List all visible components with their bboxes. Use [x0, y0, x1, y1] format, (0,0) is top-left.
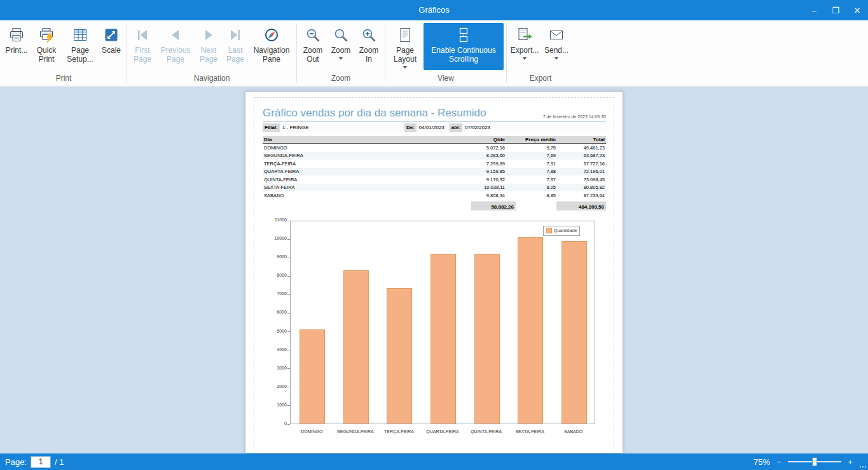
x-tick-label: QUARTA-FEIRA	[421, 429, 465, 434]
ribbon-toolbar: Print... Quick Print Page Setup...	[0, 20, 868, 87]
report-page: Gráfico vendas por dia da semana - Resum…	[245, 91, 623, 453]
close-icon: ✕	[854, 6, 861, 15]
chevron-down-icon	[523, 57, 527, 60]
app-window: Gráficos – ❐ ✕ Print... Qui	[0, 0, 868, 470]
y-tick-label: 6000	[263, 310, 287, 314]
bar-chart: 0100020003000400050006000700080009000100…	[263, 219, 606, 439]
bar	[300, 329, 325, 424]
zoom-in-slider-button[interactable]: +	[846, 457, 854, 467]
ribbon-group-navigation-label: Navigation	[129, 72, 294, 86]
scale-button[interactable]: Scale	[99, 23, 124, 70]
y-tick-label: 3000	[263, 366, 287, 370]
table-cell: 7,88	[506, 169, 557, 174]
totals-gap	[516, 202, 556, 211]
ribbon-group-zoom-label: Zoom	[299, 72, 383, 86]
ribbon-group-print: Print... Quick Print Page Setup...	[3, 21, 125, 86]
y-tick-label: 4000	[263, 347, 287, 352]
page-label: Page:	[5, 457, 27, 467]
resize-grip[interactable]	[865, 466, 866, 467]
page-setup-button[interactable]: Page Setup...	[63, 23, 97, 70]
totals-spacer	[263, 202, 471, 211]
table-cell: 9.858,34	[449, 193, 506, 198]
y-tick-label: 2000	[263, 384, 287, 389]
previous-page-icon	[167, 25, 184, 45]
export-button[interactable]: Export...	[509, 23, 540, 70]
table-cell: 7,91	[506, 161, 557, 167]
bar	[518, 237, 543, 423]
y-tick-label: 7000	[263, 291, 287, 296]
zoom-in-button[interactable]: Zoom In	[355, 23, 382, 70]
totals-row: 58.882,26 484.209,56	[263, 202, 606, 211]
column-header-dia: Dia	[263, 137, 449, 142]
total-total: 484.209,56	[556, 202, 606, 211]
scale-icon	[102, 25, 120, 45]
table-row: SABADO9.858,348,8587.233,64	[263, 191, 606, 200]
zoom-button-label: Zoom	[331, 46, 351, 55]
last-page-icon	[226, 25, 244, 45]
ate-label: até:	[450, 123, 462, 132]
table-cell: 63.687,23	[557, 153, 606, 158]
filial-label: Filial:	[263, 123, 280, 132]
zoom-slider[interactable]	[788, 457, 841, 466]
y-tick-label: 9000	[263, 254, 287, 259]
table-row: DOMINGO5.072,169,7549.461,23	[263, 144, 606, 152]
bar	[343, 270, 369, 424]
ribbon-group-export: Export... Send... Export	[509, 21, 572, 86]
close-button[interactable]: ✕	[846, 0, 868, 20]
bar	[431, 254, 456, 423]
chart-plot	[290, 221, 595, 424]
filial-value: 1 - FRINGE	[280, 123, 404, 132]
quick-print-button[interactable]: Quick Print	[31, 23, 62, 70]
window-controls: – ❐ ✕	[803, 0, 868, 20]
page-number-input[interactable]	[31, 456, 51, 468]
last-page-button-label: Last Page	[224, 46, 246, 64]
print-button[interactable]: Print...	[3, 23, 30, 70]
legend-label: Quantidade	[554, 228, 577, 233]
zoom-out-slider-button[interactable]: −	[775, 457, 783, 467]
compass-icon	[263, 25, 280, 45]
send-button[interactable]: Send...	[541, 23, 572, 70]
continuous-scrolling-button[interactable]: Enable Continuous Scrolling	[424, 23, 504, 70]
table-header-row: Dia Qtde Preço médio Total	[263, 136, 606, 144]
table-cell: SEXTA-FEIRA	[263, 184, 449, 190]
ribbon-separator	[506, 24, 507, 83]
table-cell: 9.159,85	[449, 169, 506, 174]
y-tick-label: 0	[263, 421, 287, 425]
previous-page-button-label: Previous Page	[158, 46, 193, 64]
table-cell: 5.072,16	[449, 145, 506, 151]
table-cell: 9.170,32	[449, 177, 506, 183]
restore-button[interactable]: ❐	[825, 0, 846, 20]
document-preview-area[interactable]: Gráfico vendas por dia da semana - Resum…	[0, 87, 868, 453]
chevron-down-icon	[339, 57, 343, 60]
zoom-slider-thumb[interactable]	[812, 457, 817, 466]
legend-swatch	[546, 228, 552, 233]
table-row: TERÇA-FEIRA7.299,897,9157.727,16	[263, 160, 606, 168]
table-cell: QUARTA-FEIRA	[263, 169, 449, 174]
page-layout-button-label: Page Layout	[390, 46, 420, 64]
zoom-button[interactable]: Zoom	[327, 23, 354, 70]
x-tick-label: SABADO	[551, 429, 595, 434]
first-page-icon	[134, 25, 151, 45]
export-icon	[516, 25, 534, 45]
y-tick-label: 8000	[263, 273, 287, 277]
page-layout-button[interactable]: Page Layout	[388, 23, 422, 70]
ribbon-separator	[296, 24, 297, 83]
zoom-out-button[interactable]: Zoom Out	[300, 23, 326, 70]
page-setup-icon	[71, 25, 89, 45]
de-value: 04/01/2023	[417, 123, 450, 132]
ribbon-group-navigation: First Page Previous Page Next Page	[129, 21, 294, 86]
next-page-button-label: Next Page	[198, 46, 219, 64]
total-qtde: 58.882,26	[471, 202, 516, 211]
column-header-qtde: Qtde	[449, 137, 506, 142]
minimize-button[interactable]: –	[803, 0, 825, 20]
window-title: Gráficos	[0, 0, 868, 20]
y-tick-label: 1000	[263, 403, 287, 407]
bar	[387, 288, 412, 423]
page-setup-button-label: Page Setup...	[65, 46, 95, 64]
table-cell: DOMINGO	[263, 145, 449, 151]
bar	[474, 254, 500, 424]
navigation-pane-button[interactable]: Navigation Pane	[249, 23, 294, 70]
minimize-icon: –	[811, 6, 816, 15]
report-filters: Filial: 1 - FRINGE De: 04/01/2023 até: 0…	[263, 123, 606, 132]
table-cell: 10.038,11	[449, 184, 506, 190]
